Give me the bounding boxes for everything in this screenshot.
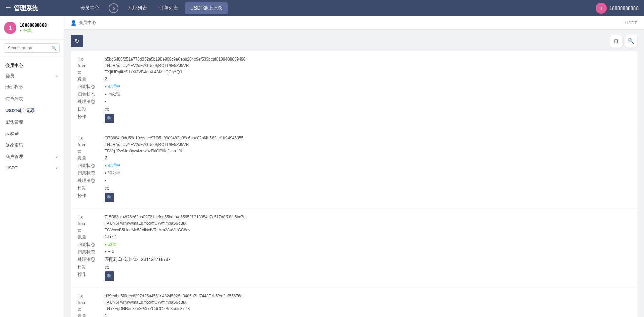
label-tx-1: TX [78,57,105,62]
label-msg-1: 处理消息 [78,99,105,105]
sidebar: 1 18888888888 在线 🔍 会员中心 会员 ∨ 地址列表 订单列表 [0,16,64,317]
record-card-4: TX d39eabd5f0aec6397d25a4561c48245025a34… [71,288,637,317]
label-action-2: 操作 [78,193,105,199]
label-qty-3: 数量 [78,234,105,240]
record-card-2: TX f078684e0dd59e10ceeee97f95a0909483a39… [71,130,637,209]
label-cs-2: 归集状态 [78,170,105,176]
breadcrumb-path: 会员中心 [79,20,96,26]
value-to-3: TCVxcxB5UodMe5JMNoiVRkAm2AuVHGC8ov [105,228,190,232]
records-container: TX b5bc6408f251e773d052e5b198e968c9a0ebb… [71,51,637,317]
label-date-3: 日期 [78,264,105,270]
breadcrumb-right: USDT [625,20,637,26]
value-qty-2: 2 [105,155,107,160]
label-cs-3: 归集状态 [78,249,105,255]
main-content: 👤 会员中心 USDT ↻ ⊞ 🔍 [64,16,644,317]
value-from-4: TAUN6FwrnwwmaEqYcckffC7wYmbaS6cBiX [105,300,187,305]
label-to-2: to [78,149,105,154]
value-cb-3: 成功 [105,241,116,247]
value-to-2: TBVg1PwMm9yw4znwhzFkiGPiffqJven19U [105,149,184,153]
record-card-3: TX 715383ce4876e62bb02721defca65bde4d656… [71,209,637,288]
sidebar-item-password[interactable]: 修改密码 [0,139,64,151]
app-title: 管理系统 [14,4,75,12]
nav-item-members[interactable]: 会员中心 [75,2,105,14]
hamburger-icon[interactable]: ☰ [5,4,11,12]
label-qty-2: 数量 [78,155,105,161]
sidebar-item-address[interactable]: 地址列表 [0,82,64,93]
value-cs-3: ● 2 [105,249,114,254]
value-to-4: TNx3FgDNBau8Lu3GXxZCdCCZBn3mxc8zD3 [105,306,190,311]
value-cb-1: 处理中 [105,84,120,89]
nav-item-usdt[interactable]: USDT链上记录 [185,2,228,14]
label-to-3: to [78,228,105,233]
value-date-1: 元 [105,106,109,112]
sidebar-item-secret[interactable]: 密钥管理 [0,116,64,128]
nav-item-orders[interactable]: 订单列表 [154,2,184,14]
value-tx-2: f078684e0dd59e10ceeee97f95a0909483a39c6b… [105,136,243,140]
sidebar-avatar: 1 [4,22,16,34]
sidebar-user: 1 18888888888 在线 [0,16,64,40]
top-nav-items: 会员中心 ○ 地址列表 订单列表 USDT链上记录 [75,2,596,14]
label-tx-2: TX [78,136,105,141]
search-icon: 🔍 [51,46,57,51]
sidebar-item-member[interactable]: 会员 ∨ [0,70,64,82]
record-card-1: TX b5bc6408f251e773d052e5b198e968c9a0ebb… [71,51,637,130]
label-cb-1: 回调状态 [78,84,105,90]
value-from-2: TNaRAoLUyYEV2uF7GUrzSjRQTU8v5ZJ5VR [105,142,189,147]
label-to-1: to [78,70,105,75]
value-tx-1: b5bc6408f251e773d052e5b198e968c9a0ebb204… [105,57,245,62]
label-from-4: from [78,300,105,305]
value-to-1: TXjfURqiffzS1kXf3VB4qt4L4AMHQCgYQJ [105,70,182,74]
label-cb-3: 回调状态 [78,241,105,248]
label-cs-1: 归集状态 [78,91,105,97]
chevron-down-icon-3: ∨ [55,166,58,170]
value-qty-4: 1 [105,313,107,317]
value-cb-2: 处理中 [105,163,120,168]
label-cb-2: 回调状态 [78,163,105,169]
avatar[interactable]: i [596,3,607,14]
value-from-3: TAUN6FwrnwwmaEqYcckffC7wYmbaS6cBiX [105,221,187,226]
toolbar: ↻ ⊞ 🔍 [71,35,637,47]
nav-item-address[interactable]: 地址列表 [122,2,152,14]
chevron-down-icon-2: ∨ [55,155,58,159]
sidebar-item-usdt[interactable]: USDT ∨ [0,163,64,173]
user-area: i 18888888888 [596,3,639,14]
value-tx-4: d39eabd5f0aec6397d25a4561c48245025a3405b… [105,294,243,298]
chevron-down-icon: ∨ [55,74,58,78]
refresh-button[interactable]: ↻ [71,35,83,47]
sidebar-item-ga[interactable]: ga验证 [0,128,64,139]
search-button[interactable]: 🔍 [625,35,637,47]
sidebar-section-member-center: 会员中心 [0,59,64,70]
value-qty-3: 1.572 [105,234,116,239]
label-action-3: 操作 [78,271,105,278]
value-tx-3: 715383ce4876e62bb02721defca65bde4d656521… [105,215,245,219]
action-search-button-3[interactable]: 🔍 [105,271,114,281]
value-msg-2: - [105,178,106,183]
label-msg-3: 处理消息 [78,256,105,263]
action-search-button-1[interactable]: 🔍 [105,114,114,123]
sidebar-nav: 会员中心 会员 ∨ 地址列表 订单列表 USDT链上记录 密钥管理 ga验证 修… [0,56,64,317]
value-cs-2: 待处理 [105,170,120,176]
action-search-button-2[interactable]: 🔍 [105,193,114,202]
label-from-2: from [78,142,105,147]
sidebar-username: 18888888888 [20,22,47,28]
sidebar-search-area: 🔍 [0,40,64,56]
value-date-2: 元 [105,185,109,191]
breadcrumb: 👤 会员中心 USDT [64,16,644,30]
label-tx-3: TX [78,215,105,220]
nav-circle-icon[interactable]: ○ [109,3,118,13]
content-area: ↻ ⊞ 🔍 TX b5bc6408f251e773d052e5b198e968c… [64,30,644,317]
value-from-1: TNaRAoLUyYEV2uF7GUrzSjRQTU8v5ZJ5VR [105,63,189,68]
value-date-3: 元 [105,264,109,270]
label-msg-2: 处理消息 [78,178,105,184]
label-tx-4: TX [78,294,105,299]
sidebar-item-orders[interactable]: 订单列表 [0,93,64,105]
label-qty-4: 数量 [78,313,105,317]
sidebar-item-usdt-records[interactable]: USDT链上记录 [0,105,64,116]
label-qty-1: 数量 [78,76,105,82]
table-view-button[interactable]: ⊞ [610,35,622,47]
label-from-1: from [78,63,105,68]
label-from-3: from [78,221,105,226]
username: 18888888888 [609,5,639,11]
value-qty-1: 2 [105,76,107,81]
sidebar-item-merchant[interactable]: 商户管理 ∨ [0,151,64,163]
